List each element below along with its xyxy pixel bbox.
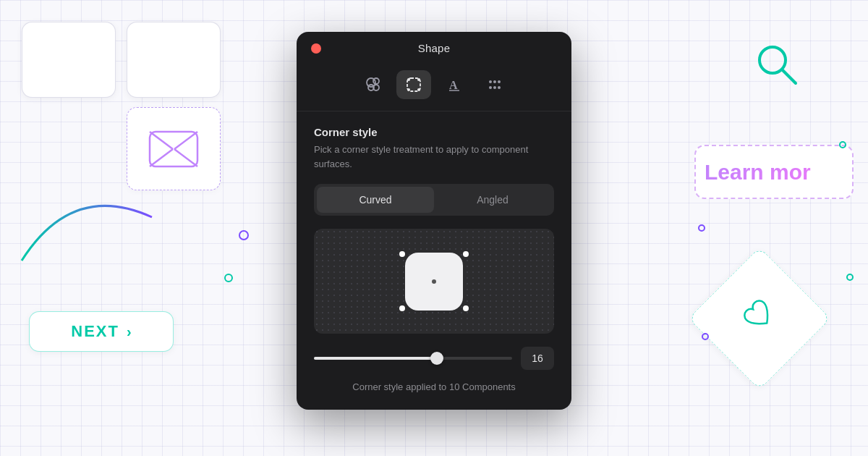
- corner-style-angled-button[interactable]: Angled: [434, 187, 551, 213]
- toolbar-shape-tab[interactable]: [396, 70, 431, 99]
- deco-dot-1: [239, 230, 249, 240]
- slider-thumb[interactable]: [430, 352, 443, 365]
- deco-dot-6: [846, 274, 854, 281]
- deco-arc-bottom-left: [14, 174, 159, 268]
- svg-line-4: [174, 149, 197, 166]
- slider-fill: [314, 357, 437, 360]
- svg-point-12: [407, 78, 410, 81]
- svg-line-1: [150, 132, 173, 149]
- svg-point-19: [493, 80, 496, 83]
- slider-track: [314, 357, 512, 360]
- svg-point-15: [417, 88, 420, 91]
- svg-point-18: [489, 80, 492, 83]
- svg-line-3: [150, 149, 173, 166]
- deco-dot-2: [224, 274, 233, 282]
- preview-center-dot: [432, 279, 436, 284]
- deco-next-button: NEXT ›: [29, 311, 174, 352]
- deco-dot-4: [702, 333, 709, 340]
- modal-title: Shape: [418, 42, 450, 54]
- bowtie-icon: [148, 130, 199, 168]
- svg-point-22: [493, 86, 496, 89]
- corner-style-heading: Corner style: [314, 126, 554, 138]
- modal-titlebar: Shape: [297, 32, 571, 64]
- svg-point-20: [498, 80, 501, 83]
- svg-point-8: [373, 78, 379, 84]
- deco-dot-5: [839, 141, 846, 148]
- slider-value: 16: [521, 347, 554, 370]
- corner-style-toggle-group: Curved Angled: [314, 184, 554, 216]
- preview-shape: [405, 253, 463, 311]
- deco-dot-3: [698, 224, 705, 232]
- handle-top-right[interactable]: [463, 251, 469, 257]
- modal-close-button[interactable]: [311, 43, 321, 54]
- deco-learn-more-card: Learn mor: [694, 145, 854, 199]
- toolbar-more-tab[interactable]: [477, 70, 512, 99]
- corner-style-curved-button[interactable]: Curved: [317, 187, 434, 213]
- apply-status-text: Corner style applied to 10 Components: [314, 381, 554, 392]
- modal-toolbar: A: [297, 64, 571, 111]
- svg-point-21: [489, 86, 492, 89]
- modal-body: Corner style Pick a corner style treatme…: [297, 111, 571, 392]
- handle-bottom-left[interactable]: [399, 305, 405, 311]
- svg-line-6: [783, 70, 796, 83]
- corner-style-description: Pick a corner style treatment to apply t…: [314, 143, 554, 171]
- learn-more-text: Learn mor: [705, 160, 811, 185]
- next-arrow-icon: ›: [127, 324, 132, 340]
- deco-card-top-left-2: [127, 22, 221, 98]
- corner-radius-slider-row: 16: [314, 347, 554, 370]
- corner-style-preview: [314, 229, 554, 334]
- toolbar-paint-tab[interactable]: [356, 70, 391, 99]
- svg-line-2: [174, 132, 197, 149]
- svg-text:A: A: [449, 79, 458, 91]
- heart-icon: [744, 300, 775, 337]
- svg-point-23: [498, 86, 501, 89]
- svg-point-13: [417, 78, 420, 81]
- handle-bottom-right[interactable]: [463, 305, 469, 311]
- toolbar-text-tab[interactable]: A: [437, 70, 472, 99]
- handle-top-left[interactable]: [399, 251, 405, 257]
- svg-point-14: [407, 88, 410, 91]
- deco-card-top-left-1: [22, 22, 116, 98]
- next-label: NEXT: [71, 322, 119, 341]
- deco-search-icon: [752, 40, 803, 90]
- shape-modal: Shape A: [297, 32, 571, 410]
